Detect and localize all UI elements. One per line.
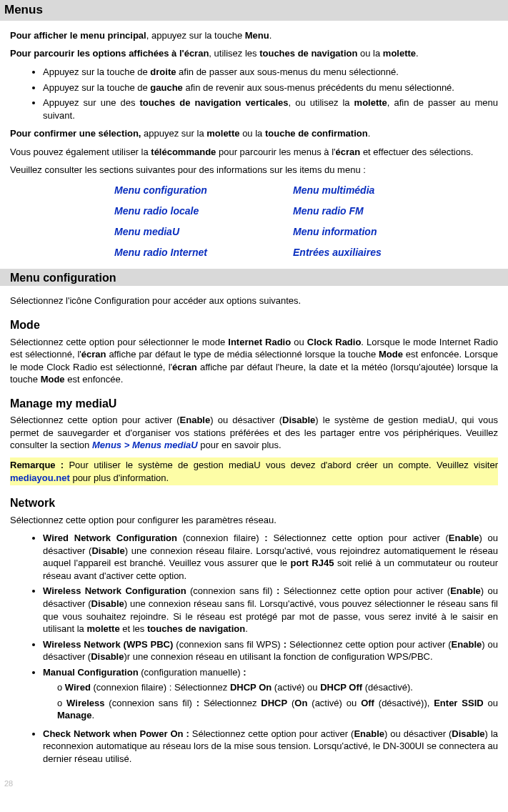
paragraph: Vous pouvez également utiliser la téléco… — [10, 146, 498, 159]
section-header-config: Menu configuration — [0, 269, 508, 286]
bullet-list: Wired Network Configuration (connexion f… — [10, 532, 498, 765]
link-menu-radio-locale[interactable]: Menu radio locale — [114, 204, 264, 218]
link-menu-mediau[interactable]: Menu mediaU — [114, 225, 264, 239]
paragraph: Sélectionnez l'icône Configuration pour … — [10, 294, 498, 307]
page-number: 28 — [4, 778, 498, 789]
link-menu-radio-fm[interactable]: Menu radio FM — [293, 204, 443, 218]
sublist: Wired (connexion filaire) : Sélectionnez… — [43, 681, 498, 722]
paragraph: Pour afficher le menu principal, appuyez… — [10, 29, 498, 42]
subhead-network: Network — [10, 495, 498, 511]
section-header-title: Menus — [4, 3, 43, 16]
paragraph: Veuillez consulter les sections suivante… — [10, 164, 498, 177]
paragraph: Sélectionnez cette option pour sélection… — [10, 336, 498, 386]
link-menus-mediau[interactable]: Menus > Menus mediaU — [92, 440, 198, 450]
link-mediayou[interactable]: mediayou.net — [10, 472, 70, 483]
list-item: Appuyez sur la touche de droite afin de … — [43, 66, 498, 79]
list-item: Check Network when Power On : Sélectionn… — [43, 728, 498, 766]
list-item: Wireless Network Configuration (connexio… — [43, 585, 498, 635]
note-highlight: Remarque : Pour utiliser le système de g… — [10, 457, 498, 485]
list-item: Wireless (connexion sans fil) : Sélectio… — [57, 697, 498, 722]
paragraph: Sélectionnez cette option pour activer (… — [10, 414, 498, 452]
paragraph: Pour parcourir les options affichées à l… — [10, 47, 498, 60]
list-item: Appuyez sur une des touches de navigatio… — [43, 96, 498, 122]
bullet-list: Appuyez sur la touche de droite afin de … — [10, 66, 498, 122]
menu-links-grid: Menu configuration Menu multimédia Menu … — [114, 184, 498, 259]
link-menu-information[interactable]: Menu information — [293, 225, 443, 239]
link-menu-multimedia[interactable]: Menu multimédia — [293, 184, 443, 197]
list-item: Wireless Network (WPS PBC) (connexion sa… — [43, 638, 498, 663]
subhead-mode: Mode — [10, 317, 498, 333]
link-menu-configuration[interactable]: Menu configuration — [114, 184, 264, 197]
section-header-config-title: Menu configuration — [0, 270, 116, 286]
list-item: Wired Network Configuration (connexion f… — [43, 532, 498, 582]
subhead-manage-mediau: Manage my mediaU — [10, 396, 498, 412]
list-item: Manual Configuration (configuration manu… — [43, 666, 498, 722]
paragraph: Sélectionnez cette option pour configure… — [10, 514, 498, 527]
list-item: Wired (connexion filaire) : Sélectionnez… — [57, 681, 498, 694]
list-item: Appuyez sur la touche de gauche afin de … — [43, 81, 498, 94]
link-entrees-auxiliaires[interactable]: Entrées auxiliaires — [293, 246, 443, 259]
section-header-menus: Menus — [0, 0, 508, 21]
link-menu-radio-internet[interactable]: Menu radio Internet — [114, 246, 264, 259]
paragraph: Pour confirmer une sélection, appuyez su… — [10, 127, 498, 140]
